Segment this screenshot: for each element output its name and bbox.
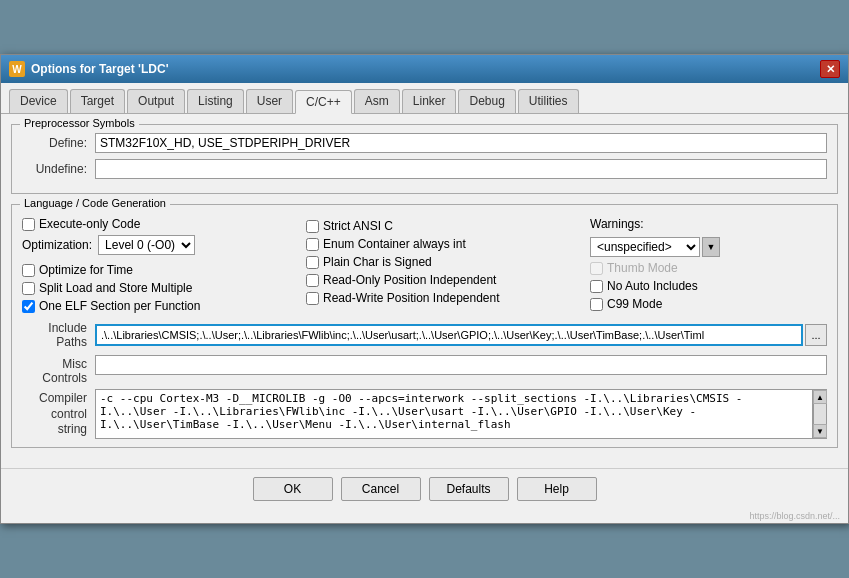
- one-elf-label: One ELF Section per Function: [39, 299, 200, 313]
- tab-utilities[interactable]: Utilities: [518, 89, 579, 113]
- ok-button[interactable]: OK: [253, 477, 333, 501]
- warnings-dropdown-arrow[interactable]: ▼: [702, 237, 720, 257]
- enum-container-label: Enum Container always int: [323, 237, 466, 251]
- thumb-mode-checkbox[interactable]: [590, 262, 603, 275]
- window-title: Options for Target 'LDC': [31, 62, 168, 76]
- include-paths-input[interactable]: [95, 324, 803, 346]
- tab-target[interactable]: Target: [70, 89, 125, 113]
- main-window: W Options for Target 'LDC' ✕ Device Targ…: [0, 54, 849, 524]
- warnings-select-row: <unspecified> ▼: [590, 237, 790, 257]
- lang-col3: Warnings: <unspecified> ▼ Thumb Mode No …: [590, 217, 790, 313]
- tab-bar: Device Target Output Listing User C/C++ …: [1, 83, 848, 114]
- language-grid: Execute-only Code Optimization: Level 0 …: [22, 213, 827, 313]
- include-paths-row: IncludePaths ...: [22, 321, 827, 349]
- tab-device[interactable]: Device: [9, 89, 68, 113]
- bottom-bar: OK Cancel Defaults Help: [1, 468, 848, 509]
- language-group-label: Language / Code Generation: [20, 197, 170, 209]
- thumb-mode-row: Thumb Mode: [590, 261, 790, 275]
- strict-ansi-row: Strict ANSI C: [306, 219, 586, 233]
- titlebar-left: W Options for Target 'LDC': [9, 61, 168, 77]
- define-row: Define:: [22, 133, 827, 153]
- tab-asm[interactable]: Asm: [354, 89, 400, 113]
- optimization-row: Optimization: Level 0 (-O0) Level 1 (-O1…: [22, 235, 302, 255]
- c99-mode-row: C99 Mode: [590, 297, 790, 311]
- execute-only-row: Execute-only Code: [22, 217, 302, 231]
- define-input[interactable]: [95, 133, 827, 153]
- split-load-row: Split Load and Store Multiple: [22, 281, 302, 295]
- optimization-select[interactable]: Level 0 (-O0) Level 1 (-O1) Level 2 (-O2…: [98, 235, 195, 255]
- define-label: Define:: [22, 136, 87, 150]
- split-load-checkbox[interactable]: [22, 282, 35, 295]
- misc-controls-label: MiscControls: [22, 355, 87, 385]
- watermark: https://blog.csdn.net/...: [1, 509, 848, 523]
- warnings-select[interactable]: <unspecified>: [590, 237, 700, 257]
- scroll-down-button[interactable]: ▼: [813, 424, 827, 438]
- read-only-pos-row: Read-Only Position Independent: [306, 273, 586, 287]
- plain-char-label: Plain Char is Signed: [323, 255, 432, 269]
- undefine-input[interactable]: [95, 159, 827, 179]
- tab-listing[interactable]: Listing: [187, 89, 244, 113]
- c99-mode-checkbox[interactable]: [590, 298, 603, 311]
- preprocessor-group-label: Preprocessor Symbols: [20, 117, 139, 129]
- plain-char-row: Plain Char is Signed: [306, 255, 586, 269]
- tab-debug[interactable]: Debug: [458, 89, 515, 113]
- optimize-time-checkbox[interactable]: [22, 264, 35, 277]
- preprocessor-group: Preprocessor Symbols Define: Undefine:: [11, 124, 838, 194]
- one-elf-row: One ELF Section per Function: [22, 299, 302, 313]
- no-auto-includes-row: No Auto Includes: [590, 279, 790, 293]
- compiler-row: Compilercontrolstring -c --cpu Cortex-M3…: [22, 389, 827, 439]
- tab-linker[interactable]: Linker: [402, 89, 457, 113]
- no-auto-includes-checkbox[interactable]: [590, 280, 603, 293]
- undefine-label: Undefine:: [22, 162, 87, 176]
- lang-col1: Execute-only Code Optimization: Level 0 …: [22, 217, 302, 313]
- read-only-pos-label: Read-Only Position Independent: [323, 273, 496, 287]
- misc-controls-input[interactable]: [95, 355, 827, 375]
- help-button[interactable]: Help: [517, 477, 597, 501]
- read-write-pos-checkbox[interactable]: [306, 292, 319, 305]
- optimize-time-row: Optimize for Time: [22, 263, 302, 277]
- compiler-label: Compilercontrolstring: [22, 389, 87, 438]
- lang-col2: Strict ANSI C Enum Container always int …: [306, 217, 586, 313]
- warnings-label: Warnings:: [590, 217, 790, 231]
- cancel-button[interactable]: Cancel: [341, 477, 421, 501]
- misc-controls-row: MiscControls: [22, 355, 827, 385]
- browse-button[interactable]: ...: [805, 324, 827, 346]
- compiler-scrollbar[interactable]: ▲ ▼: [813, 389, 827, 439]
- execute-only-checkbox[interactable]: [22, 218, 35, 231]
- thumb-mode-label: Thumb Mode: [607, 261, 678, 275]
- scroll-up-button[interactable]: ▲: [813, 390, 827, 404]
- read-only-pos-checkbox[interactable]: [306, 274, 319, 287]
- strict-ansi-checkbox[interactable]: [306, 220, 319, 233]
- include-paths-label: IncludePaths: [22, 321, 87, 349]
- content-area: Preprocessor Symbols Define: Undefine: L…: [1, 114, 848, 468]
- undefine-row: Undefine:: [22, 159, 827, 179]
- compiler-textarea[interactable]: -c --cpu Cortex-M3 -D__MICROLIB -g -O0 -…: [95, 389, 813, 439]
- tab-cpp[interactable]: C/C++: [295, 90, 352, 114]
- strict-ansi-label: Strict ANSI C: [323, 219, 393, 233]
- enum-container-row: Enum Container always int: [306, 237, 586, 251]
- close-button[interactable]: ✕: [820, 60, 840, 78]
- language-group: Language / Code Generation Execute-only …: [11, 204, 838, 448]
- read-write-pos-label: Read-Write Position Independent: [323, 291, 500, 305]
- one-elf-checkbox[interactable]: [22, 300, 35, 313]
- split-load-label: Split Load and Store Multiple: [39, 281, 192, 295]
- optimize-time-label: Optimize for Time: [39, 263, 133, 277]
- plain-char-checkbox[interactable]: [306, 256, 319, 269]
- tab-output[interactable]: Output: [127, 89, 185, 113]
- execute-only-label: Execute-only Code: [39, 217, 140, 231]
- app-icon: W: [9, 61, 25, 77]
- tab-user[interactable]: User: [246, 89, 293, 113]
- enum-container-checkbox[interactable]: [306, 238, 319, 251]
- read-write-pos-row: Read-Write Position Independent: [306, 291, 586, 305]
- optimization-label: Optimization:: [22, 238, 92, 252]
- c99-mode-label: C99 Mode: [607, 297, 662, 311]
- titlebar: W Options for Target 'LDC' ✕: [1, 55, 848, 83]
- no-auto-includes-label: No Auto Includes: [607, 279, 698, 293]
- defaults-button[interactable]: Defaults: [429, 477, 509, 501]
